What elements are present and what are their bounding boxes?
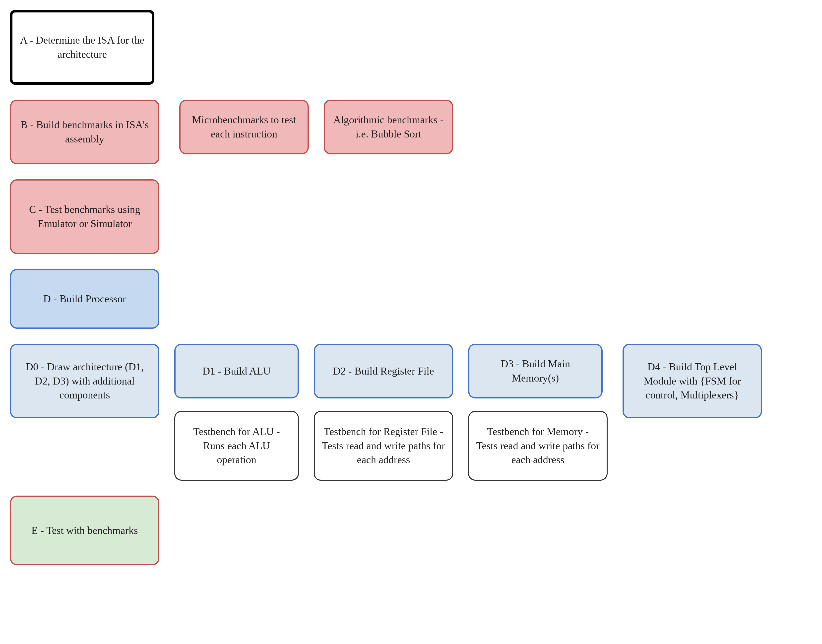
box-c: C - Test benchmarks using Emulator or Si… bbox=[10, 179, 159, 254]
box-d1-label: D1 - Build ALU bbox=[202, 364, 271, 378]
col-e-left: E - Test with benchmarks bbox=[10, 495, 164, 565]
box-d0: D0 - Draw architecture (D1, D2, D3) with… bbox=[10, 343, 159, 419]
box-c-label: C - Test benchmarks using Emulator or Si… bbox=[18, 202, 151, 231]
box-e-label: E - Test with benchmarks bbox=[31, 523, 138, 538]
box-tb-alu: Testbench for ALU - Runs each ALU operat… bbox=[174, 411, 299, 481]
box-micro: Microbenchmarks to test each instruction bbox=[179, 100, 309, 154]
box-d1: D1 - Build ALU bbox=[174, 343, 299, 399]
row-e: E - Test with benchmarks bbox=[10, 495, 812, 565]
col-d3: D3 - Build Main Memory(s) Testbench for … bbox=[468, 343, 607, 481]
box-b-label: B - Build benchmarks in ISA's assembly bbox=[18, 118, 151, 146]
box-micro-label: Microbenchmarks to test each instruction bbox=[187, 113, 301, 141]
box-tb-mem: Testbench for Memory - Tests read and wr… bbox=[468, 411, 607, 481]
box-d4-label: D4 - Build Top Level Module with {FSM fo… bbox=[631, 360, 754, 402]
box-d2: D2 - Build Register File bbox=[314, 343, 453, 399]
row-a: A - Determine the ISA for the architectu… bbox=[10, 10, 812, 85]
box-b: B - Build benchmarks in ISA's assembly bbox=[10, 100, 159, 164]
box-a: A - Determine the ISA for the architectu… bbox=[10, 10, 154, 85]
box-algo: Algorithmic benchmarks - i.e. Bubble Sor… bbox=[324, 100, 453, 154]
box-algo-label: Algorithmic benchmarks - i.e. Bubble Sor… bbox=[332, 113, 445, 141]
col-d0: D0 - Draw architecture (D1, D2, D3) with… bbox=[10, 343, 159, 419]
box-d: D - Build Processor bbox=[10, 269, 159, 329]
col-b-left: B - Build benchmarks in ISA's assembly bbox=[10, 100, 164, 164]
box-d0-label: D0 - Draw architecture (D1, D2, D3) with… bbox=[18, 360, 151, 402]
box-d-label: D - Build Processor bbox=[43, 292, 126, 306]
box-d3: D3 - Build Main Memory(s) bbox=[468, 343, 603, 399]
col-d1: D1 - Build ALU Testbench for ALU - Runs … bbox=[174, 343, 299, 481]
col-d4: D4 - Build Top Level Module with {FSM fo… bbox=[623, 343, 762, 419]
box-d4: D4 - Build Top Level Module with {FSM fo… bbox=[623, 343, 762, 419]
col-b-right: Microbenchmarks to test each instruction… bbox=[179, 100, 812, 154]
main-layout: A - Determine the ISA for the architectu… bbox=[10, 10, 812, 565]
box-tb-mem-label: Testbench for Memory - Tests read and wr… bbox=[476, 425, 600, 467]
box-d2-label: D2 - Build Register File bbox=[333, 364, 434, 378]
box-tb-rf-label: Testbench for Register File - Tests read… bbox=[322, 425, 445, 467]
box-e: E - Test with benchmarks bbox=[10, 495, 159, 565]
box-tb-alu-label: Testbench for ALU - Runs each ALU operat… bbox=[182, 425, 291, 467]
row-d-sub: D0 - Draw architecture (D1, D2, D3) with… bbox=[10, 343, 812, 481]
col-d-left: D - Build Processor bbox=[10, 269, 164, 329]
row-b: B - Build benchmarks in ISA's assembly M… bbox=[10, 100, 812, 164]
box-a-label: A - Determine the ISA for the architectu… bbox=[20, 33, 145, 61]
row-c: C - Test benchmarks using Emulator or Si… bbox=[10, 179, 812, 254]
box-d3-label: D3 - Build Main Memory(s) bbox=[476, 357, 594, 385]
col-c-left: C - Test benchmarks using Emulator or Si… bbox=[10, 179, 164, 254]
row-d: D - Build Processor bbox=[10, 269, 812, 329]
col-d2: D2 - Build Register File Testbench for R… bbox=[314, 343, 453, 481]
col-a-left: A - Determine the ISA for the architectu… bbox=[10, 10, 164, 85]
box-tb-rf: Testbench for Register File - Tests read… bbox=[314, 411, 453, 481]
